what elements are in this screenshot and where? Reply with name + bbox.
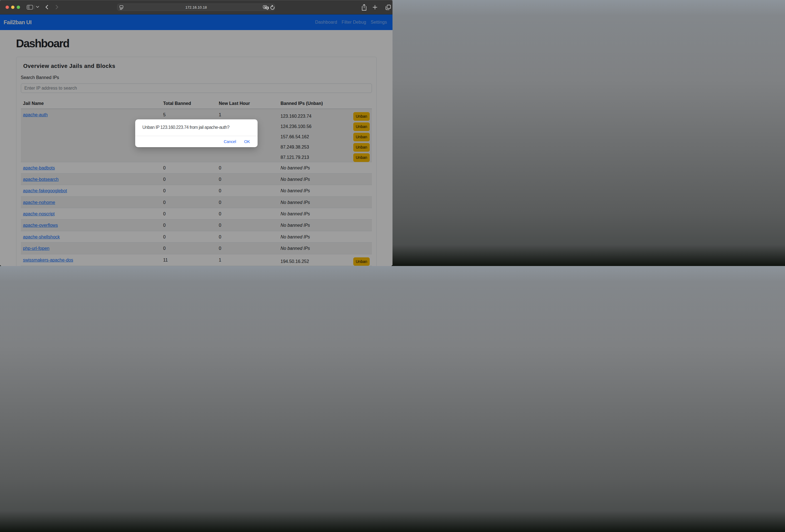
ok-button[interactable]: OK	[244, 139, 250, 144]
address-bar[interactable]: 172.16.10.18	[117, 4, 275, 11]
reload-icon[interactable]	[270, 5, 275, 10]
share-icon[interactable]	[361, 4, 367, 11]
web-content: Fail2ban UI DashboardFilter DebugSetting…	[0, 15, 392, 266]
close-window-button[interactable]	[5, 5, 9, 9]
chevron-down-icon[interactable]	[36, 6, 39, 8]
browser-toolbar: 172.16.10.18	[0, 0, 392, 15]
new-tab-icon[interactable]	[373, 5, 377, 9]
minimize-window-button[interactable]	[11, 5, 15, 9]
url-text[interactable]: 172.16.10.18	[118, 5, 275, 9]
translate-icon[interactable]	[263, 5, 269, 11]
forward-icon[interactable]	[55, 5, 59, 9]
back-icon[interactable]	[45, 5, 49, 9]
dialog-buttons: Cancel OK	[135, 136, 258, 147]
zoom-window-button[interactable]	[17, 5, 20, 9]
safari-window: 172.16.10.18	[0, 0, 392, 266]
dialog-message: Unban IP 123.160.223.74 from jail apache…	[135, 119, 258, 136]
toolbar-separator	[34, 5, 35, 9]
confirm-dialog: Unban IP 123.160.223.74 from jail apache…	[135, 119, 258, 147]
tabs-icon[interactable]	[385, 5, 391, 10]
cancel-button[interactable]: Cancel	[224, 139, 236, 144]
sidebar-icon[interactable]	[27, 5, 33, 10]
